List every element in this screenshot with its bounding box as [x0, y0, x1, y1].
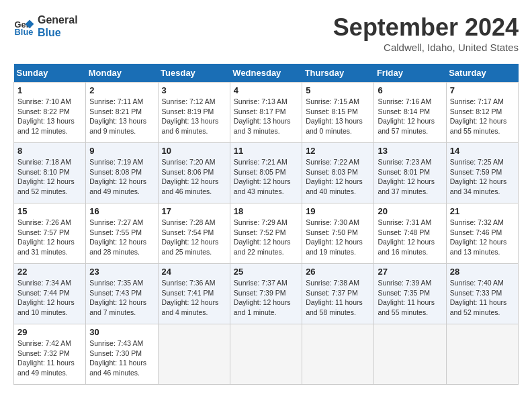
table-row: 13 Sunrise: 7:23 AM Sunset: 8:01 PM Dayl… — [374, 143, 446, 203]
calendar-row: 1 Sunrise: 7:10 AM Sunset: 8:22 PM Dayli… — [14, 83, 519, 143]
table-row: 19 Sunrise: 7:30 AM Sunset: 7:50 PM Dayl… — [302, 203, 374, 264]
col-thursday: Thursday — [302, 64, 374, 83]
logo-text-blue: Blue — [38, 26, 78, 39]
table-row: 12 Sunrise: 7:22 AM Sunset: 8:03 PM Dayl… — [302, 143, 374, 203]
table-row: 2 Sunrise: 7:11 AM Sunset: 8:21 PM Dayli… — [86, 83, 158, 143]
calendar-table: Sunday Monday Tuesday Wednesday Thursday… — [13, 64, 519, 385]
month-title: September 2024 — [333, 13, 519, 42]
table-row: 26 Sunrise: 7:38 AM Sunset: 7:37 PM Dayl… — [302, 264, 374, 324]
table-row: 5 Sunrise: 7:15 AM Sunset: 8:15 PM Dayli… — [302, 83, 374, 143]
table-row — [374, 324, 446, 385]
table-row: 1 Sunrise: 7:10 AM Sunset: 8:22 PM Dayli… — [14, 83, 86, 143]
table-row: 23 Sunrise: 7:35 AM Sunset: 7:43 PM Dayl… — [86, 264, 158, 324]
table-row: 14 Sunrise: 7:25 AM Sunset: 7:59 PM Dayl… — [446, 143, 518, 203]
table-row: 8 Sunrise: 7:18 AM Sunset: 8:10 PM Dayli… — [14, 143, 86, 203]
table-row: 11 Sunrise: 7:21 AM Sunset: 8:05 PM Dayl… — [230, 143, 302, 203]
logo-icon: Gen Blue — [13, 15, 35, 37]
table-row: 21 Sunrise: 7:32 AM Sunset: 7:46 PM Dayl… — [446, 203, 518, 264]
table-row: 28 Sunrise: 7:40 AM Sunset: 7:33 PM Dayl… — [446, 264, 518, 324]
table-row: 10 Sunrise: 7:20 AM Sunset: 8:06 PM Dayl… — [158, 143, 230, 203]
table-row: 24 Sunrise: 7:36 AM Sunset: 7:41 PM Dayl… — [158, 264, 230, 324]
location: Caldwell, Idaho, United States — [333, 42, 519, 53]
table-row: 9 Sunrise: 7:19 AM Sunset: 8:08 PM Dayli… — [86, 143, 158, 203]
table-row: 25 Sunrise: 7:37 AM Sunset: 7:39 PM Dayl… — [230, 264, 302, 324]
col-friday: Friday — [374, 64, 446, 83]
table-row: 30 Sunrise: 7:43 AM Sunset: 7:30 PM Dayl… — [86, 324, 158, 385]
col-tuesday: Tuesday — [158, 64, 230, 83]
table-row — [158, 324, 230, 385]
col-wednesday: Wednesday — [230, 64, 302, 83]
logo-text-general: General — [38, 13, 78, 26]
table-row — [302, 324, 374, 385]
table-row: 6 Sunrise: 7:16 AM Sunset: 8:14 PM Dayli… — [374, 83, 446, 143]
table-row: 18 Sunrise: 7:29 AM Sunset: 7:52 PM Dayl… — [230, 203, 302, 264]
calendar-row: 22 Sunrise: 7:34 AM Sunset: 7:44 PM Dayl… — [14, 264, 519, 324]
col-saturday: Saturday — [446, 64, 518, 83]
header-row: Sunday Monday Tuesday Wednesday Thursday… — [14, 64, 519, 83]
col-monday: Monday — [86, 64, 158, 83]
table-row: 3 Sunrise: 7:12 AM Sunset: 8:19 PM Dayli… — [158, 83, 230, 143]
table-row: 7 Sunrise: 7:17 AM Sunset: 8:12 PM Dayli… — [446, 83, 518, 143]
calendar-row: 15 Sunrise: 7:26 AM Sunset: 7:57 PM Dayl… — [14, 203, 519, 264]
table-row: 20 Sunrise: 7:31 AM Sunset: 7:48 PM Dayl… — [374, 203, 446, 264]
calendar-row: 8 Sunrise: 7:18 AM Sunset: 8:10 PM Dayli… — [14, 143, 519, 203]
table-row: 17 Sunrise: 7:28 AM Sunset: 7:54 PM Dayl… — [158, 203, 230, 264]
table-row: 4 Sunrise: 7:13 AM Sunset: 8:17 PM Dayli… — [230, 83, 302, 143]
col-sunday: Sunday — [14, 64, 86, 83]
table-row: 22 Sunrise: 7:34 AM Sunset: 7:44 PM Dayl… — [14, 264, 86, 324]
table-row: 16 Sunrise: 7:27 AM Sunset: 7:55 PM Dayl… — [86, 203, 158, 264]
page-header: Gen Blue General Blue September 2024 Cal… — [13, 13, 519, 53]
svg-text:Blue: Blue — [15, 27, 34, 37]
table-row: 29 Sunrise: 7:42 AM Sunset: 7:32 PM Dayl… — [14, 324, 86, 385]
calendar-row: 29 Sunrise: 7:42 AM Sunset: 7:32 PM Dayl… — [14, 324, 519, 385]
logo: Gen Blue General Blue — [13, 13, 78, 39]
table-row — [446, 324, 518, 385]
table-row: 15 Sunrise: 7:26 AM Sunset: 7:57 PM Dayl… — [14, 203, 86, 264]
table-row — [230, 324, 302, 385]
title-block: September 2024 Caldwell, Idaho, United S… — [333, 13, 519, 53]
table-row: 27 Sunrise: 7:39 AM Sunset: 7:35 PM Dayl… — [374, 264, 446, 324]
